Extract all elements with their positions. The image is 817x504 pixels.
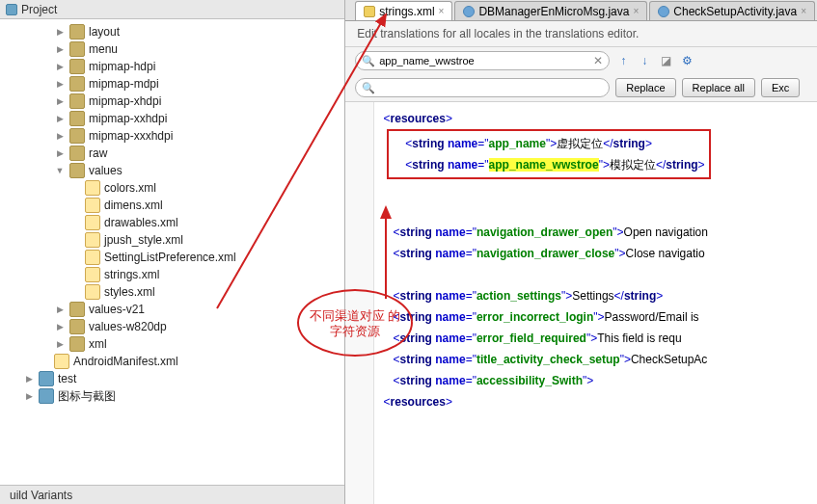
tree-label: strings.xml bbox=[104, 268, 159, 281]
chevron-closed-icon[interactable] bbox=[23, 374, 35, 384]
tree-label: mipmap-hdpi bbox=[89, 60, 155, 73]
folder-res-icon bbox=[69, 76, 85, 92]
folder-res-icon bbox=[69, 319, 85, 334]
editor-gutter bbox=[345, 102, 374, 504]
tree-item-dimens-xml[interactable]: dimens.xml bbox=[0, 197, 344, 214]
build-variants-label: uild Variants bbox=[10, 489, 72, 502]
folder-res-icon bbox=[69, 93, 85, 109]
filexml-icon bbox=[85, 267, 100, 282]
tree-item-values-v21[interactable]: values-v21 bbox=[0, 301, 344, 318]
chevron-closed-icon[interactable] bbox=[54, 322, 66, 332]
tab-label: strings.xml bbox=[379, 5, 434, 18]
tree-item-mipmap-xhdpi[interactable]: mipmap-xhdpi bbox=[0, 93, 344, 110]
tree-item-mipmap-xxhdpi[interactable]: mipmap-xxhdpi bbox=[0, 110, 344, 127]
tree-item-jpush-style-xml[interactable]: jpush_style.xml bbox=[0, 231, 344, 249]
tree-label: values bbox=[89, 164, 123, 177]
project-panel-label: Project bbox=[21, 3, 57, 16]
build-variants-tab[interactable]: uild Variants bbox=[0, 485, 344, 504]
chevron-closed-icon[interactable] bbox=[54, 79, 66, 89]
tree-label: 图标与截图 bbox=[58, 388, 116, 405]
tree-item-values[interactable]: values bbox=[0, 162, 344, 179]
replace-toolbar: 🔍 Replace Replace all Exc bbox=[345, 74, 817, 102]
tree-label: styles.xml bbox=[104, 285, 155, 299]
replace-input[interactable] bbox=[379, 82, 603, 93]
exclude-button[interactable]: Exc bbox=[761, 78, 800, 97]
filexml-icon bbox=[85, 232, 100, 248]
filter-icon[interactable]: ◪ bbox=[658, 53, 673, 68]
translation-hint[interactable]: Edit translations for all locales in the… bbox=[345, 21, 817, 47]
tree-label: colors.xml bbox=[104, 181, 156, 195]
search-icon: 🔍 bbox=[362, 82, 375, 94]
tree-item-test[interactable]: test bbox=[0, 370, 344, 387]
folder-res-icon bbox=[69, 336, 85, 352]
close-icon[interactable]: × bbox=[801, 6, 806, 16]
tree-item-mipmap-xxxhdpi[interactable]: mipmap-xxxhdpi bbox=[0, 127, 344, 145]
tree-item-values-w820dp[interactable]: values-w820dp bbox=[0, 318, 344, 335]
project-tree[interactable]: layoutmenumipmap-hdpimipmap-mdpimipmap-x… bbox=[0, 19, 344, 485]
folder-res-icon bbox=[69, 302, 85, 317]
tree-item-AndroidManifest-xml[interactable]: AndroidManifest.xml bbox=[0, 353, 344, 370]
folder-res-icon bbox=[69, 128, 85, 144]
tree-label: xml bbox=[89, 337, 107, 351]
tree-item-menu[interactable]: menu bbox=[0, 40, 344, 58]
find-field-wrap[interactable]: 🔍 ✕ bbox=[355, 51, 610, 70]
tree-item-raw[interactable]: raw bbox=[0, 145, 344, 162]
close-icon[interactable]: × bbox=[633, 6, 639, 16]
editor-panel: strings.xml×DBManagerEnMicroMsg.java×Che… bbox=[345, 0, 817, 504]
chevron-closed-icon[interactable] bbox=[54, 131, 66, 141]
folder-small-icon bbox=[6, 4, 17, 15]
tab-label: DBManagerEnMicroMsg.java bbox=[478, 5, 629, 18]
folder-res-icon bbox=[69, 163, 85, 178]
chevron-closed-icon[interactable] bbox=[54, 62, 66, 71]
tree-item-layout[interactable]: layout bbox=[0, 23, 344, 40]
tree-item-strings-xml[interactable]: strings.xml bbox=[0, 266, 344, 283]
chevron-closed-icon[interactable] bbox=[54, 96, 66, 106]
find-input[interactable] bbox=[379, 55, 593, 66]
filexml-icon bbox=[85, 250, 100, 265]
tree-label: values-w820dp bbox=[89, 320, 167, 333]
chevron-closed-icon[interactable] bbox=[54, 305, 66, 314]
tab-CheckSetupActivity-java[interactable]: CheckSetupActivity.java× bbox=[649, 1, 815, 20]
tree-label: mipmap-xxxhdpi bbox=[89, 129, 173, 143]
arrow-down-icon[interactable]: ↓ bbox=[637, 53, 652, 68]
folder-res-icon bbox=[69, 41, 85, 57]
chevron-open-icon[interactable] bbox=[54, 166, 66, 175]
tree-label: jpush_style.xml bbox=[104, 233, 183, 247]
filexml-icon bbox=[85, 198, 100, 213]
chevron-closed-icon[interactable] bbox=[54, 148, 66, 158]
folder-res-icon bbox=[69, 111, 85, 126]
chevron-closed-icon[interactable] bbox=[54, 27, 66, 37]
arrow-up-icon[interactable]: ↑ bbox=[615, 53, 631, 68]
tree-label: mipmap-xxhdpi bbox=[89, 112, 167, 125]
tree-label: AndroidManifest.xml bbox=[73, 355, 178, 368]
gear-icon[interactable]: ⚙ bbox=[679, 53, 694, 68]
tab-strings-xml[interactable]: strings.xml× bbox=[355, 1, 452, 20]
tree-item-mipmap-mdpi[interactable]: mipmap-mdpi bbox=[0, 75, 344, 93]
chevron-closed-icon[interactable] bbox=[54, 114, 66, 123]
replace-button[interactable]: Replace bbox=[615, 78, 675, 97]
tab-DBManagerEnMicroMsg-java[interactable]: DBManagerEnMicroMsg.java× bbox=[454, 1, 647, 20]
chevron-closed-icon[interactable] bbox=[54, 339, 66, 349]
tree-item-drawables-xml[interactable]: drawables.xml bbox=[0, 214, 344, 231]
tree-item-colors-xml[interactable]: colors.xml bbox=[0, 179, 344, 197]
chevron-closed-icon[interactable] bbox=[23, 391, 35, 401]
tree-item------[interactable]: 图标与截图 bbox=[0, 387, 344, 405]
tree-item-styles-xml[interactable]: styles.xml bbox=[0, 283, 344, 301]
replace-all-button[interactable]: Replace all bbox=[682, 78, 755, 97]
tree-item-SettingListPreference-xml[interactable]: SettingListPreference.xml bbox=[0, 249, 344, 266]
tab-label: CheckSetupActivity.java bbox=[673, 5, 797, 18]
folder-icon bbox=[39, 371, 54, 386]
filexml-icon bbox=[54, 354, 69, 369]
tree-item-xml[interactable]: xml bbox=[0, 335, 344, 353]
tree-item-mipmap-hdpi[interactable]: mipmap-hdpi bbox=[0, 58, 344, 75]
editor-tabs: strings.xml×DBManagerEnMicroMsg.java×Che… bbox=[345, 0, 817, 21]
code-editor[interactable]: <resources> <string name="app_name">虚拟定位… bbox=[345, 102, 817, 504]
close-icon[interactable]: × bbox=[439, 6, 445, 16]
tree-label: layout bbox=[89, 25, 120, 39]
code-content: <resources> <string name="app_name">虚拟定位… bbox=[380, 108, 813, 412]
clear-icon[interactable]: ✕ bbox=[593, 54, 603, 67]
filexml-icon bbox=[85, 180, 100, 196]
xml-file-icon bbox=[364, 6, 375, 17]
replace-field-wrap[interactable]: 🔍 bbox=[355, 78, 610, 97]
chevron-closed-icon[interactable] bbox=[54, 44, 66, 54]
